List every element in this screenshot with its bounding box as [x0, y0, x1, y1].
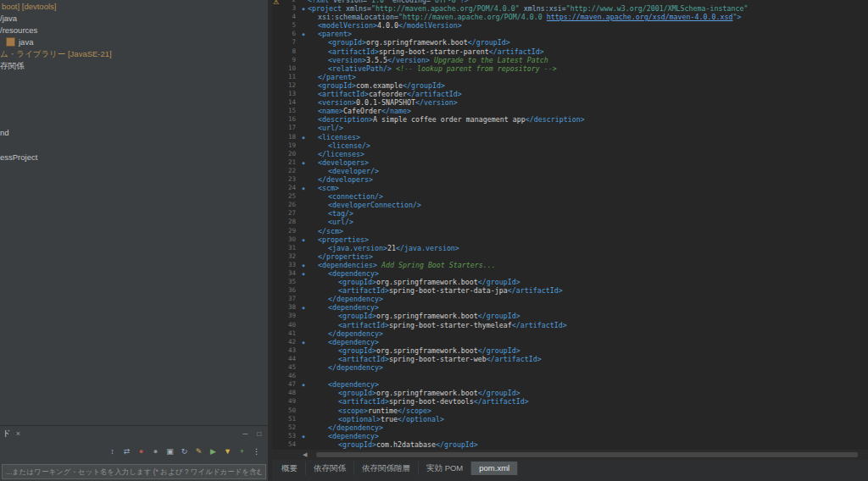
code-line[interactable]: 26<developerConnection/>	[272, 201, 868, 209]
code-line[interactable]: 7<groupId>org.springframework.boot</grou…	[272, 38, 868, 47]
code-line[interactable]: 13<artifactId>cafeorder</artifactId>	[272, 90, 868, 98]
tree-item[interactable]: /resources	[0, 25, 37, 36]
code-line[interactable]: 20</licenses>	[272, 150, 868, 158]
fold-marker-icon[interactable]: ●	[299, 133, 308, 141]
code-line[interactable]: 52</dependency>	[272, 423, 868, 432]
code-line[interactable]: 46	[272, 372, 868, 380]
code-line[interactable]: 35<groupId>org.springframework.boot</gro…	[272, 278, 868, 286]
code-line[interactable]: 40<artifactId>spring-boot-starter-thymel…	[272, 321, 868, 329]
fold-marker-icon[interactable]: ●	[299, 261, 308, 269]
pause-icon[interactable]: ●	[151, 447, 160, 456]
run-icon[interactable]: ▶	[209, 447, 218, 456]
fold-gutter	[299, 201, 308, 209]
code-line[interactable]: 25<connection/>	[272, 192, 868, 201]
scroll-lock-icon[interactable]: ↕	[108, 447, 117, 456]
code-line[interactable]: 43<groupId>org.springframework.boot</gro…	[272, 346, 868, 355]
pin-icon[interactable]: ▣	[165, 447, 175, 456]
working-set-filter-input[interactable]	[2, 464, 266, 479]
code-line[interactable]: 44<artifactId>spring-boot-starter-web</a…	[272, 355, 868, 363]
scroll-left-icon[interactable]: ◀	[303, 450, 307, 460]
editor-tab-3[interactable]: 実効 POM	[419, 462, 471, 475]
code-line[interactable]: 15<name>CafeOrder</name>	[272, 107, 868, 115]
fold-marker-icon[interactable]: ●	[299, 30, 308, 38]
code-line[interactable]: 30●<properties>	[272, 235, 868, 244]
filter-icon[interactable]: ▼	[223, 447, 232, 456]
close-icon[interactable]: ×	[16, 429, 20, 438]
code-line[interactable]: 53●<dependency>	[272, 432, 868, 440]
code-line[interactable]: 3●<project xmlns="http://maven.apache.or…	[272, 4, 868, 13]
code-line[interactable]: 8<artifactId>spring-boot-starter-parent<…	[272, 47, 868, 56]
code-line[interactable]: 32</properties>	[272, 252, 868, 261]
editor-tab-2[interactable]: 依存関係階層	[354, 462, 419, 475]
code-line[interactable]: 49<artifactId>spring-boot-devtools</arti…	[272, 397, 868, 406]
link-with-editor-icon[interactable]: ⇄	[122, 447, 131, 456]
scrollbar-thumb[interactable]	[316, 452, 858, 457]
fold-marker-icon[interactable]: ●	[299, 432, 308, 440]
code-line[interactable]: 6●<parent>	[272, 30, 868, 38]
code-line[interactable]: 37</dependency>	[272, 295, 868, 303]
code-line[interactable]: 50<scope>runtime</scope>	[272, 406, 868, 415]
code-line[interactable]: 9<version>3.5.5</version> Upgrade to the…	[272, 56, 868, 64]
stop-icon[interactable]: ●	[136, 447, 146, 456]
editor-tab-4[interactable]: pom.xml	[471, 462, 518, 475]
tree-item[interactable]: /java	[0, 13, 17, 24]
fold-marker-icon[interactable]: ●	[299, 303, 308, 312]
code-line[interactable]: 47●<dependency>	[272, 380, 868, 389]
tree-item[interactable]: nd	[0, 127, 9, 138]
code-line[interactable]: 19<license/>	[272, 141, 868, 150]
fold-marker-icon[interactable]: ●	[299, 235, 308, 244]
fold-marker-icon[interactable]: ●	[299, 184, 308, 192]
add-icon[interactable]: +	[237, 447, 247, 456]
code-line[interactable]: 14<version>0.0.1-SNAPSHOT</version>	[272, 98, 868, 107]
code-line[interactable]: 45</dependency>	[272, 363, 868, 372]
tree-item[interactable]: essProject	[0, 152, 37, 163]
code-line[interactable]: 31<java.version>21</java.version>	[272, 244, 868, 252]
editor-tab-0[interactable]: 概要	[274, 462, 306, 475]
tree-item[interactable]: java	[6, 36, 33, 47]
code-line[interactable]: 24●<scm>	[272, 184, 868, 192]
editor-tab-1[interactable]: 依存関係	[306, 462, 354, 475]
line-number: 20	[279, 150, 299, 158]
code-line[interactable]: 11</parent>	[272, 73, 868, 81]
refresh-icon[interactable]: ↻	[180, 447, 189, 456]
code-line[interactable]: 21●<developers>	[272, 158, 868, 167]
code-line[interactable]: 5<modelVersion>4.0.0</modelVersion>	[272, 21, 868, 30]
tree-item[interactable]: boot] [devtools]	[2, 1, 56, 12]
fold-marker-icon[interactable]: ●	[299, 4, 308, 13]
code-line[interactable]: 38●<dependency>	[272, 303, 868, 312]
fold-marker-icon[interactable]: ●	[299, 158, 308, 167]
minimize-icon[interactable]: ─	[242, 430, 248, 438]
maximize-icon[interactable]: □	[257, 430, 261, 438]
code-line[interactable]: 10<relativePath/> <!-- lookup parent fro…	[272, 64, 868, 73]
code-line[interactable]: 39<groupId>org.springframework.boot</gro…	[272, 312, 868, 320]
fold-marker-icon[interactable]: ●	[299, 338, 308, 346]
fold-marker-icon[interactable]: ●	[299, 269, 308, 278]
code-line[interactable]: 27<tag/>	[272, 209, 868, 218]
edit-icon[interactable]: ✎	[194, 447, 203, 456]
code-line[interactable]: 22<developer/>	[272, 167, 868, 175]
horizontal-scrollbar[interactable]: ◀	[272, 450, 868, 460]
code-line[interactable]: 29</scm>	[272, 227, 868, 235]
code-line[interactable]: 36<artifactId>spring-boot-starter-data-j…	[272, 286, 868, 295]
code-line[interactable]: 16<description>A simple coffee order man…	[272, 115, 868, 124]
code-line[interactable]: 48<groupId>org.springframework.boot</gro…	[272, 389, 868, 397]
tree-item[interactable]: ム・ライブラリー [JavaSE-21]	[0, 48, 112, 59]
code-line[interactable]: 33●<dependencies> Add Spring Boot Starte…	[272, 261, 868, 269]
tree-item[interactable]: 存関係	[0, 60, 25, 71]
code-line[interactable]: 12<groupId>com.example</groupId>	[272, 81, 868, 90]
code-line[interactable]: 23</developers>	[272, 175, 868, 184]
code-line[interactable]: 28<url/>	[272, 218, 868, 226]
code-line[interactable]: 54<groupId>com.h2database</groupId>	[272, 440, 868, 449]
bottom-view-tab[interactable]: ド ×	[3, 428, 20, 440]
fold-marker-icon[interactable]: ●	[299, 380, 308, 389]
code-line[interactable]: 4xsi:schemaLocation="http://maven.apache…	[272, 13, 868, 21]
code-lines[interactable]: 2<?xml version="1.0" encoding="UTF-8"?>3…	[272, 0, 868, 450]
line-number: 4	[279, 13, 299, 21]
code-line[interactable]: 18●<licenses>	[272, 133, 868, 141]
code-line[interactable]: 41</dependency>	[272, 329, 868, 338]
code-line[interactable]: 51<optional>true</optional>	[272, 415, 868, 423]
code-line[interactable]: 42●<dependency>	[272, 338, 868, 346]
code-line[interactable]: 34●<dependency>	[272, 269, 868, 278]
view-menu-icon[interactable]: ⋮	[252, 447, 261, 456]
code-line[interactable]: 17<url/>	[272, 124, 868, 132]
